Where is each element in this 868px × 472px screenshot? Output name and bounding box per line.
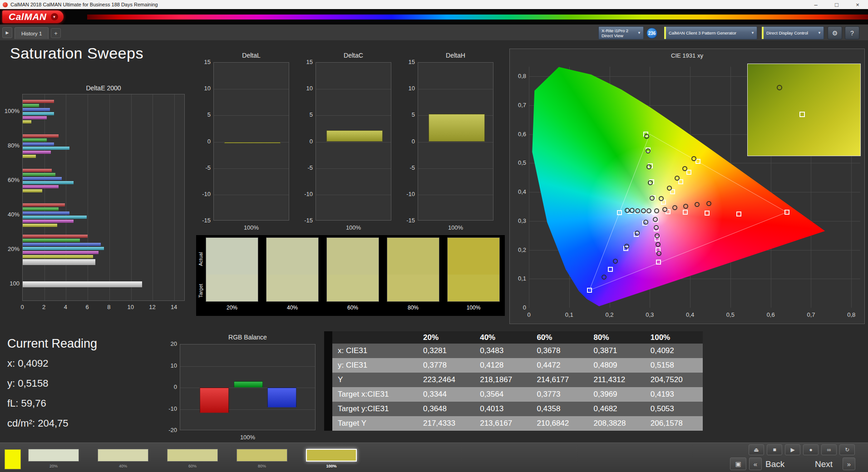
- value-cell: 0,3648: [419, 402, 475, 416]
- back-chevrons-icon[interactable]: «: [749, 457, 762, 470]
- logo-dropdown-icon: ▼: [51, 13, 58, 20]
- meter-dropdown[interactable]: X-Rite i1Pro 2 Direct View ▼: [598, 26, 644, 39]
- x-tick-label: 2: [37, 304, 51, 311]
- delta-bar: [326, 130, 383, 142]
- chevron-down-icon: ▼: [637, 31, 641, 35]
- y-tick-label: 10: [195, 85, 211, 92]
- x-tick-label: 0,1: [560, 311, 578, 319]
- de2000-bar: [23, 134, 59, 138]
- transport-record-button[interactable]: ●: [803, 444, 819, 455]
- help-button[interactable]: ?: [845, 26, 859, 39]
- value-cell: 0,4682: [589, 402, 646, 416]
- meter-count-badge[interactable]: 236: [646, 28, 657, 39]
- pattern-window-button[interactable]: ▣: [730, 457, 746, 470]
- deltae2000-chart: [22, 94, 185, 301]
- actual-color: [327, 238, 379, 275]
- cie-zoom-inset: [747, 64, 861, 156]
- de2000-bar: [23, 151, 51, 154]
- patch-thumbnail-80%[interactable]: [237, 449, 287, 462]
- x-axis-label: 100%: [418, 224, 493, 231]
- value-cell: 0,3564: [475, 387, 532, 402]
- de2000-bar: [23, 169, 52, 172]
- rgb-bar-red: [200, 388, 229, 413]
- value-cell: 208,3828: [589, 416, 646, 431]
- next-button[interactable]: Next: [815, 459, 833, 469]
- value-cell: 0,3483: [475, 344, 532, 358]
- value-cell: 0,3773: [532, 387, 589, 402]
- measured-point: [706, 201, 711, 206]
- de2000-bar: [23, 207, 59, 211]
- saturation-swatch-strip: Actual Target 20%40%60%80%100%: [196, 235, 505, 316]
- de2000-bar: [23, 173, 55, 176]
- gridline: [316, 115, 391, 116]
- de2000-bar: [23, 138, 47, 142]
- transport-loop-button[interactable]: ∞: [821, 444, 837, 455]
- y-tick-label: 5: [297, 111, 313, 118]
- inset-measured-point: [777, 85, 782, 90]
- add-tab-button[interactable]: +: [51, 28, 61, 38]
- de2000-bar: [23, 239, 80, 242]
- de2000-bar: [23, 181, 74, 184]
- settings-button[interactable]: ⚙: [828, 26, 842, 39]
- gridline: [316, 89, 391, 89]
- value-cell: 0,3678: [532, 344, 589, 358]
- chevron-down-icon: ▼: [818, 31, 821, 35]
- tab-history-1[interactable]: History 1: [15, 27, 49, 39]
- value-cell: 214,6177: [532, 373, 589, 387]
- saturation-swatch-100%: [448, 238, 499, 301]
- x-tick-label: 14: [167, 304, 181, 311]
- de2000-bar: [23, 235, 88, 238]
- calman-logo[interactable]: CalMAN ▼: [2, 10, 64, 23]
- actual-color: [206, 238, 258, 275]
- target-point: [784, 210, 789, 215]
- y-tick-label: 0,3: [509, 217, 526, 225]
- y-tick-label: -5: [399, 164, 415, 172]
- value-cell: 0,5158: [646, 358, 703, 373]
- display-control-dropdown[interactable]: Direct Display Control ▼: [761, 26, 824, 39]
- patch-thumbnail-40%[interactable]: [98, 449, 148, 462]
- measured-point: [662, 207, 667, 212]
- patch-thumbnail-20%[interactable]: [28, 449, 79, 462]
- y-tick-label: -10: [161, 405, 177, 413]
- patch-thumbnail-100%[interactable]: [306, 449, 357, 462]
- value-cell: 223,2464: [419, 373, 475, 387]
- value-cell: 0,4128: [475, 358, 532, 373]
- value-cell: 210,6842: [532, 416, 589, 431]
- tab-bar: ▶ History 1 + X-Rite i1Pro 2 Direct View…: [0, 25, 868, 41]
- next-chevrons-icon[interactable]: »: [843, 457, 855, 470]
- y-tick-label: -10: [195, 191, 211, 198]
- de2000-bar: [23, 189, 42, 192]
- value-cell: 218,1867: [475, 373, 532, 387]
- de2000-bar: [23, 116, 47, 119]
- x-axis-label: 100%: [213, 224, 289, 231]
- transport-repeat-button[interactable]: ↻: [839, 444, 855, 455]
- deltah-chart: [418, 62, 493, 221]
- patch-thumbnail-60%[interactable]: [167, 449, 218, 462]
- x-axis-label: 100%: [316, 224, 391, 231]
- expand-arrow-icon[interactable]: ▶: [2, 27, 12, 38]
- close-button[interactable]: ×: [847, 0, 868, 9]
- window-titlebar: CalMAN 2018 CalMAN Ultimate for Business…: [0, 0, 868, 9]
- x-tick-label: 0,8: [842, 311, 860, 319]
- measurement-table: 20%40%60%80%100%x: CIE310,32810,34830,36…: [332, 331, 703, 431]
- y-tick-label: 15: [297, 59, 313, 66]
- transport-eject-button[interactable]: ⏏: [749, 444, 764, 455]
- x-tick-label: 12: [145, 304, 159, 311]
- back-button[interactable]: Back: [765, 459, 784, 469]
- y-tick-label: 0: [509, 304, 526, 311]
- current-reading-fl: fL: 59,76: [7, 398, 46, 409]
- row-label: Target x:CIE31: [332, 387, 419, 402]
- transport-stop-button[interactable]: ■: [767, 444, 782, 455]
- maximize-button[interactable]: □: [826, 0, 847, 9]
- transport-play-button[interactable]: ▶: [785, 444, 800, 455]
- swatch-label: 100%: [448, 305, 499, 311]
- current-reading-y: y: 0,5158: [7, 378, 49, 389]
- measured-point: [643, 220, 648, 225]
- value-cell: 213,6167: [475, 416, 532, 431]
- pattern-generator-dropdown[interactable]: CalMAN Client 3 Pattern Generator ▼: [664, 26, 757, 39]
- target-point: [678, 179, 683, 184]
- minimize-button[interactable]: –: [805, 0, 826, 9]
- calman-app: CalMAN 2018 CalMAN Ultimate for Business…: [0, 0, 868, 472]
- row-label: y: CIE31: [332, 358, 419, 373]
- gridline: [131, 94, 132, 300]
